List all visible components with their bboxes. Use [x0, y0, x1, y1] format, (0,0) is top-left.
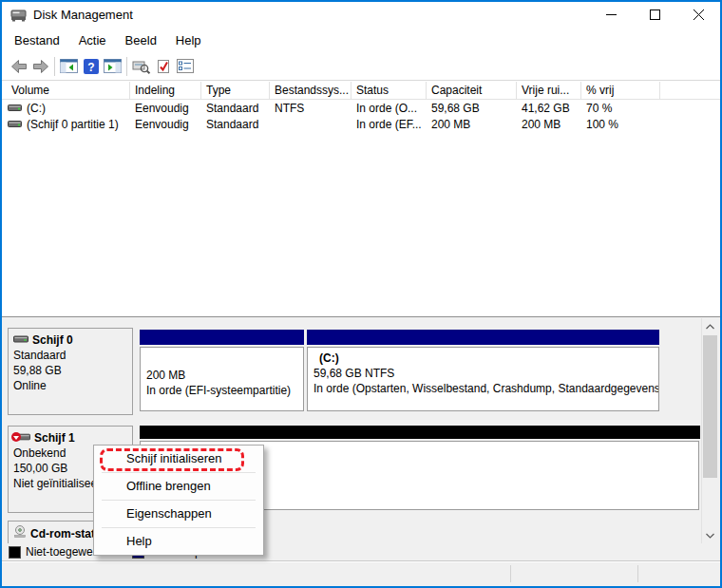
cell-pct-vrij: 70 % — [581, 102, 660, 115]
show-console-tree-icon — [60, 59, 78, 73]
disk0-partition0-efi[interactable]: 200 MB In orde (EFI-systeempartitie) — [140, 347, 304, 411]
menubar: Bestand Actie Beeld Help — [2, 28, 720, 52]
partition-status: In orde (Opstarten, Wisselbestand, Crash… — [314, 381, 653, 396]
help-button[interactable]: ? — [80, 55, 102, 78]
window-title: Disk Management — [33, 8, 133, 22]
column-header-filler — [660, 82, 720, 99]
disk-error-icon — [13, 432, 30, 444]
column-header-capaciteit[interactable]: Capaciteit — [427, 82, 517, 99]
volume-name: (C:) — [27, 102, 46, 115]
scrollbar-thumb[interactable] — [703, 335, 717, 478]
maximize-button[interactable] — [633, 0, 676, 28]
partition-status: In orde (EFI-systeempartitie) — [146, 383, 297, 398]
cell-capaciteit: 200 MB — [427, 118, 517, 131]
vertical-scrollbar[interactable] — [701, 318, 717, 543]
cell-status: In orde (O... — [352, 102, 427, 115]
cd-rom-icon — [13, 525, 27, 541]
column-header-indeling[interactable]: Indeling — [130, 82, 201, 99]
menu-item-offline-brengen[interactable]: Offline brengen — [94, 475, 263, 498]
menu-help[interactable]: Help — [166, 30, 211, 50]
menu-item-help[interactable]: Help — [94, 530, 263, 553]
properties-list-button[interactable] — [174, 55, 196, 78]
device-search-icon — [132, 59, 151, 74]
column-header-bestandssysteem[interactable]: Bestandssys... — [270, 82, 352, 99]
column-header-type[interactable]: Type — [201, 82, 270, 99]
menu-item-label: Offline brengen — [126, 479, 211, 493]
disk0-label-box[interactable]: Schijf 0 Standaard 59,88 GB Online — [8, 328, 133, 415]
show-action-pane-icon — [104, 59, 122, 73]
red-error-badge — [11, 432, 21, 442]
disk1-unallocated-band — [140, 426, 700, 439]
statusbar-divider — [510, 565, 511, 582]
statusbar-divider — [637, 565, 638, 582]
cell-vrije-ruimte: 41,62 GB — [517, 102, 581, 115]
cdrom-name: Cd-rom-stat — [30, 526, 95, 541]
minimize-button[interactable] — [589, 0, 633, 28]
disk0-size: 59,88 GB — [13, 363, 127, 378]
partition-size: 59,68 GB NTFS — [314, 366, 653, 381]
properties-list-icon — [177, 59, 194, 73]
disk0-type: Standaard — [13, 348, 127, 363]
menu-bestand[interactable]: Bestand — [5, 30, 69, 50]
window-controls — [589, 0, 720, 28]
cell-indeling: Eenvoudig — [130, 102, 201, 115]
menu-actie[interactable]: Actie — [69, 30, 116, 50]
table-row-c-volume[interactable]: (C:) Eenvoudig Standaard NTFS In orde (O… — [2, 100, 720, 116]
cell-vrije-ruimte: 200 MB — [517, 118, 581, 131]
minimize-icon — [606, 9, 617, 20]
disk0-partition1-c[interactable]: (C:) 59,68 GB NTFS In orde (Opstarten, W… — [307, 347, 659, 411]
svg-text:?: ? — [87, 60, 94, 73]
device-search-button[interactable] — [130, 55, 152, 78]
toolbar-separator — [54, 57, 55, 76]
menu-separator — [102, 472, 256, 473]
volume-drive-icon — [8, 104, 22, 112]
menu-separator — [102, 500, 256, 501]
back-button[interactable] — [8, 55, 29, 78]
cell-capaciteit: 59,68 GB — [427, 102, 517, 115]
disk0-name: Schijf 0 — [32, 332, 73, 348]
cell-type: Standaard — [201, 118, 270, 131]
toolbar: ? — [2, 52, 720, 81]
menu-item-schijf-initialiseren[interactable]: Schijf initialiseren — [94, 447, 263, 470]
close-button[interactable] — [676, 0, 720, 28]
table-row-schijf0-partitie1[interactable]: (Schijf 0 partitie 1) Eenvoudig Standaar… — [2, 116, 720, 132]
scroll-down-button[interactable] — [702, 527, 718, 543]
menu-beeld[interactable]: Beeld — [116, 30, 166, 50]
disk0-partition0-band — [140, 330, 304, 345]
disk-icon — [13, 332, 28, 348]
partition-name: (C:) — [319, 351, 653, 366]
cell-pct-vrij: 100 % — [581, 118, 660, 131]
back-icon — [10, 59, 28, 74]
help-icon: ? — [84, 59, 99, 74]
disk-management-app-icon — [10, 8, 27, 22]
chevron-up-icon — [706, 324, 714, 330]
show-action-pane-button[interactable] — [102, 55, 124, 78]
disk-management-window: Disk Management Bestand Actie Beeld Help — [0, 0, 722, 588]
menu-item-label: Schijf initialiseren — [126, 451, 221, 465]
cell-indeling: Eenvoudig — [130, 118, 201, 131]
legend-swatch-unallocated — [9, 546, 21, 559]
titlebar: Disk Management — [2, 0, 720, 28]
check-disk-button[interactable] — [152, 55, 174, 78]
column-header-status[interactable]: Status — [352, 82, 427, 99]
disk1-context-menu: Schijf initialiseren Offline brengen Eig… — [93, 445, 264, 556]
toolbar-separator — [126, 57, 127, 76]
disk0-partition1-band — [307, 330, 659, 345]
cell-status: In orde (EF... — [352, 118, 427, 131]
cell-bestandssysteem: NTFS — [270, 102, 352, 115]
partition-size: 200 MB — [146, 368, 297, 383]
column-header-volume[interactable]: Volume — [2, 82, 130, 99]
menu-item-label: Help — [126, 534, 152, 548]
cell-type: Standaard — [201, 102, 270, 115]
column-header-vrije-ruimte[interactable]: Vrije rui... — [517, 82, 581, 99]
forward-icon — [32, 59, 49, 74]
show-console-tree-button[interactable] — [58, 55, 80, 78]
volume-name: (Schijf 0 partitie 1) — [27, 118, 119, 131]
volume-drive-icon — [8, 120, 22, 128]
scroll-up-button[interactable] — [702, 318, 718, 334]
column-header-pct-vrij[interactable]: % vrij — [581, 82, 660, 99]
maximize-icon — [650, 9, 660, 20]
forward-button[interactable] — [29, 55, 51, 78]
disk1-name: Schijf 1 — [34, 430, 75, 446]
menu-item-eigenschappen[interactable]: Eigenschappen — [94, 503, 263, 525]
